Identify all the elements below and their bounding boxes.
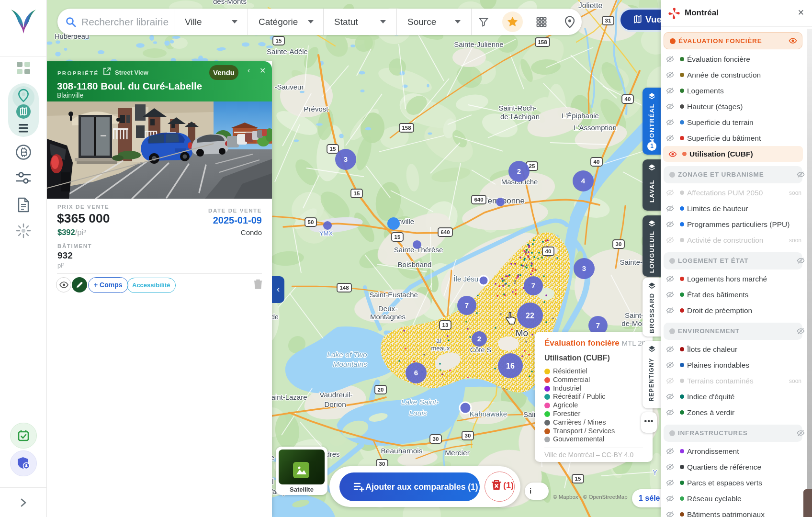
svg-text:Mountains: Mountains: [333, 360, 367, 368]
svg-text:15: 15: [276, 38, 282, 44]
svg-text:15: 15: [575, 476, 581, 482]
svg-text:7: 7: [531, 281, 535, 290]
svg-text:Dorion: Dorion: [324, 400, 346, 408]
svg-text:Boisbriand: Boisbriand: [398, 260, 432, 269]
svg-text:Deux-: Deux-: [378, 304, 397, 313]
svg-text:22: 22: [526, 312, 534, 320]
svg-text:3: 3: [344, 155, 348, 163]
svg-text:Joliette: Joliette: [578, 1, 603, 10]
svg-text:158: 158: [402, 125, 411, 131]
svg-text:Mo: Mo: [516, 328, 528, 338]
svg-text:25: 25: [529, 163, 535, 169]
svg-text:al: al: [436, 337, 441, 344]
svg-text:50: 50: [308, 219, 314, 225]
svg-text:30: 30: [433, 436, 439, 442]
svg-text:meaux: meaux: [431, 345, 450, 352]
svg-text:Saint-Eustache: Saint-Eustache: [369, 291, 418, 299]
svg-text:Montagnes: Montagnes: [370, 313, 406, 321]
svg-text:de-l'Achigan: de-l'Achigan: [500, 112, 540, 121]
svg-text:7: 7: [465, 301, 469, 309]
svg-text:Louis: Louis: [409, 409, 427, 417]
svg-text:2: 2: [517, 167, 521, 175]
svg-text:15: 15: [395, 234, 401, 240]
svg-text:Prévost: Prévost: [304, 105, 329, 113]
svg-text:31: 31: [605, 18, 611, 23]
svg-text:Sainte-Julienne: Sainte-Julienne: [454, 40, 503, 48]
svg-text:40: 40: [594, 159, 600, 165]
svg-text:Mercier: Mercier: [445, 449, 470, 457]
svg-text:15: 15: [354, 191, 360, 196]
svg-text:16: 16: [506, 362, 515, 370]
svg-text:20: 20: [378, 387, 384, 393]
svg-text:640: 640: [474, 197, 483, 202]
svg-text:3: 3: [582, 264, 586, 272]
svg-text:aint-Lazare: aint-Lazare: [271, 393, 307, 401]
svg-text:4: 4: [581, 177, 586, 185]
svg-text:Y: Y: [653, 469, 657, 476]
svg-text:Vaudreuil-: Vaudreuil-: [319, 391, 353, 399]
svg-text:7: 7: [596, 321, 600, 329]
svg-text:640: 640: [440, 229, 450, 235]
svg-text:nville: nville: [398, 217, 414, 225]
svg-text:L'Assomption: L'Assomption: [574, 124, 617, 132]
svg-text:Île Jésus: Île Jésus: [453, 275, 482, 283]
svg-text:L'Épiphanie: L'Épiphanie: [562, 112, 599, 120]
svg-text:40: 40: [625, 96, 631, 102]
svg-text:148: 148: [339, 285, 349, 291]
svg-text:Beauharnois: Beauharnois: [381, 447, 422, 455]
svg-text:2: 2: [477, 335, 481, 343]
svg-text:Lake Saint-: Lake Saint-: [401, 398, 439, 406]
svg-text:Lake of Two: Lake of Two: [327, 350, 367, 359]
svg-text:15: 15: [330, 146, 336, 152]
svg-text:des-Monts: des-Monts: [213, 0, 247, 5]
svg-text:Kahnawake: Kahnawake: [470, 410, 507, 418]
svg-text:40: 40: [545, 248, 552, 254]
svg-text:Saint-Roch-: Saint-Roch-: [498, 104, 536, 112]
svg-text:6: 6: [414, 369, 418, 377]
svg-text:YMX: YMX: [319, 230, 333, 237]
svg-text:-Sauveur: -Sauveur: [275, 83, 304, 91]
svg-text:Côte S: Côte S: [470, 346, 491, 354]
svg-text:158: 158: [538, 39, 547, 45]
svg-text:Sainte-Adèle: Sainte-Adèle: [267, 47, 308, 56]
svg-text:dres: dres: [326, 450, 339, 458]
svg-text:13: 13: [442, 322, 449, 328]
svg-text:de: de: [271, 313, 279, 321]
svg-text:30: 30: [616, 241, 622, 247]
svg-text:30: 30: [465, 433, 471, 438]
